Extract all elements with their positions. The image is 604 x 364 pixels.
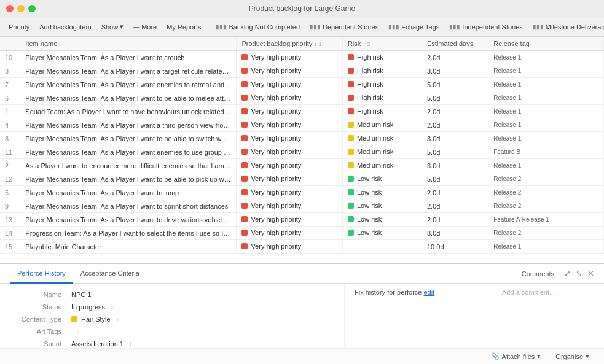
- priority-dot: [241, 68, 248, 74]
- cell-release: Release 2: [488, 199, 604, 213]
- cell-release: Release 1: [488, 240, 604, 254]
- close-icon[interactable]: ✕: [587, 269, 594, 278]
- field-value-sprint[interactable]: Assets Iteration 1 ›: [71, 340, 131, 347]
- table-wrapper[interactable]: Item name Product backlog priority ↕ 1 R…: [0, 37, 604, 263]
- table-row[interactable]: 2As a Player I want to encounter more di…: [0, 159, 604, 172]
- field-value-content-type[interactable]: Hair Style ›: [71, 316, 119, 323]
- table-row[interactable]: 14Progression Team: As a Player I want t…: [0, 227, 604, 240]
- detail-panel: Perforce History Acceptance Criteria Com…: [0, 263, 604, 364]
- attach-files-button[interactable]: 📎 Attach files ▾: [486, 351, 546, 362]
- chart-icon: ▮▮▮: [533, 23, 544, 30]
- perforce-edit-link[interactable]: edit: [423, 288, 434, 296]
- table-row[interactable]: 9Player Mechanics Team: As a Player I wa…: [0, 199, 604, 213]
- toolbar-add-backlog[interactable]: Add backlog item: [36, 22, 95, 32]
- table-row[interactable]: 12Player Mechanics Team: As a Player I w…: [0, 172, 604, 186]
- cell-risk: Medium risk: [342, 118, 422, 132]
- cell-name: Player Mechanics Team: As a Player I wan…: [20, 132, 237, 145]
- expand-icon-2[interactable]: ⤡: [576, 269, 582, 278]
- risk-dot: [348, 108, 354, 114]
- tab-perforce-history[interactable]: Perforce History: [10, 264, 73, 284]
- field-name: Name NPC 1: [10, 288, 334, 301]
- cell-release: Release 1: [488, 78, 604, 91]
- table-row[interactable]: 5Player Mechanics Team: As a Player I wa…: [0, 186, 604, 199]
- cell-risk: High risk: [342, 78, 422, 91]
- cell-risk: Medium risk: [342, 159, 422, 172]
- table-row[interactable]: 10Player Mechanics Team: As a Player I w…: [0, 51, 604, 64]
- cell-release: Feature A Release 1: [488, 213, 604, 227]
- organise-button[interactable]: Organise ▾: [551, 351, 594, 362]
- cell-risk: High risk: [342, 91, 422, 105]
- cell-name: As a Player I want to encounter more dif…: [20, 159, 237, 172]
- cell-risk: Low risk: [342, 186, 422, 199]
- cell-num: 8: [0, 132, 20, 145]
- cell-est: 2.0d: [422, 51, 488, 64]
- maximize-button[interactable]: [28, 5, 36, 12]
- risk-dot: [348, 162, 354, 168]
- comments-placeholder[interactable]: Add a comment...: [502, 288, 594, 296]
- risk-dot: [348, 81, 354, 87]
- cell-num: 4: [0, 118, 20, 132]
- table-row[interactable]: 11Player Mechanics Team: As a Player I w…: [0, 145, 604, 159]
- cell-est: 2.0d: [422, 199, 488, 213]
- tab-acceptance-criteria[interactable]: Acceptance Criteria: [73, 264, 147, 284]
- table-row[interactable]: 15Playable: Main CharacterVery high prio…: [0, 240, 604, 254]
- cell-risk: [342, 240, 422, 254]
- table-row[interactable]: 1Squad Team: As a Player I want to have …: [0, 105, 604, 118]
- table-area: Item name Product backlog priority ↕ 1 R…: [0, 37, 604, 263]
- risk-dot: [348, 135, 354, 141]
- cell-name: Player Mechanics Team: As a Player I wan…: [20, 186, 237, 199]
- chevron-down-icon: ▾: [120, 23, 124, 31]
- toolbar-priority[interactable]: Priority: [5, 22, 33, 32]
- toolbar-dependent-stories[interactable]: ▮▮▮ Dependent Stories: [306, 22, 382, 32]
- risk-dot: [348, 95, 354, 101]
- priority-dot: [241, 176, 248, 182]
- detail-fields: Name NPC 1 Status In progress › Content …: [0, 284, 344, 348]
- organise-dropdown-icon: ▾: [586, 352, 589, 360]
- toolbar-foliage-tags[interactable]: ▮▮▮ Foliage Tags: [385, 22, 443, 32]
- cell-name: Player Mechanics Team: As a Player I wan…: [20, 145, 237, 159]
- field-sprint: Sprint Assets Iteration 1 ›: [10, 338, 334, 348]
- cell-risk: Low risk: [342, 227, 422, 240]
- cell-num: 10: [0, 51, 20, 64]
- toolbar-show[interactable]: Show ▾: [98, 21, 128, 32]
- table-row[interactable]: 4Player Mechanics Team: As a Player I wa…: [0, 118, 604, 132]
- table-row[interactable]: 6Player Mechanics Team: As a Player I wa…: [0, 91, 604, 105]
- col-header-name[interactable]: Item name: [20, 37, 237, 51]
- cell-release: Release 1: [488, 132, 604, 145]
- cell-risk: High risk: [342, 105, 422, 118]
- content-type-dot: [71, 316, 77, 322]
- table-header-row: Item name Product backlog priority ↕ 1 R…: [0, 37, 604, 51]
- toolbar-milestone[interactable]: ▮▮▮ Milestone Deliverables: [529, 22, 604, 32]
- cell-priority: Very high priority: [237, 132, 343, 145]
- toolbar-my-reports[interactable]: My Reports: [163, 22, 205, 32]
- table-row[interactable]: 7Player Mechanics Team: As a Player I wa…: [0, 78, 604, 91]
- cell-name: Progression Team: As a Player I want to …: [20, 227, 237, 240]
- cell-priority: Very high priority: [237, 78, 343, 91]
- minimize-button[interactable]: [17, 5, 25, 12]
- field-value-status[interactable]: In progress ›: [71, 303, 113, 311]
- field-label-art-tags: Art Tags: [10, 328, 71, 335]
- toolbar-independent-stories[interactable]: ▮▮▮ Independent Stories: [445, 22, 526, 32]
- cell-release: Release 1: [488, 105, 604, 118]
- priority-dot: [241, 230, 248, 236]
- field-value-art-tags[interactable]: ›: [71, 328, 79, 335]
- expand-icon[interactable]: ⤢: [564, 269, 571, 278]
- table-row[interactable]: 13Player Mechanics Team: As a Player I w…: [0, 213, 604, 227]
- toolbar-backlog-completed[interactable]: ▮▮▮ Backlog Not Completed: [212, 22, 304, 32]
- col-header-num: [0, 37, 20, 51]
- cell-risk: Low risk: [342, 199, 422, 213]
- cell-risk: Low risk: [342, 172, 422, 186]
- risk-dot: [348, 149, 354, 155]
- cell-priority: Very high priority: [237, 227, 343, 240]
- cell-est: 5.0d: [422, 145, 488, 159]
- cell-num: 2: [0, 159, 20, 172]
- table-row[interactable]: 3Player Mechanics Team: As a Player I wa…: [0, 64, 604, 78]
- toolbar-more[interactable]: — More: [130, 22, 160, 32]
- close-button[interactable]: [6, 5, 14, 12]
- priority-dot: [241, 162, 248, 168]
- priority-dot: [241, 189, 248, 195]
- field-label-name: Name: [10, 291, 71, 298]
- table-row[interactable]: 8Player Mechanics Team: As a Player I wa…: [0, 132, 604, 145]
- field-status: Status In progress ›: [10, 301, 334, 313]
- detail-tabs: Perforce History Acceptance Criteria Com…: [0, 264, 604, 284]
